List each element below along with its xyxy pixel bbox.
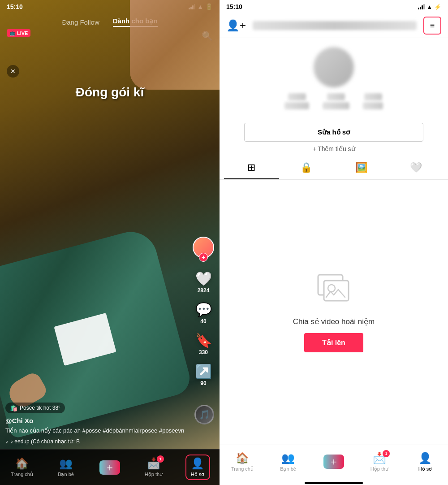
creator-username[interactable]: @Chi Xo: [5, 417, 188, 424]
edit-profile-button[interactable]: Sửa hồ sơ: [244, 123, 423, 142]
likes-count: 2824: [198, 287, 210, 294]
bottom-nav-right: 🏠 Trang chủ 👥 Bạn bè ＋ 📩 Hộp thư 👤 Hồ sơ: [220, 445, 448, 481]
comment-button[interactable]: 💬 40: [195, 302, 212, 325]
profile-name-blurred: [253, 21, 417, 30]
tab-liked[interactable]: 🤍: [389, 157, 444, 179]
following-label-blurred: [284, 102, 309, 109]
bottom-nav-left: 🏠 Trang chủ 👥 Bạn bè ＋ 📩 Hộp thư 👤 Hồ sơ: [0, 449, 220, 485]
following-stat: [284, 93, 309, 109]
rnav-inbox[interactable]: 📩 Hộp thư: [366, 452, 393, 472]
music-disc[interactable]: 🎵: [194, 405, 214, 424]
music-credit: ♪ ♪ eedup (Có chứa nhạc từ: B: [5, 438, 188, 445]
rnav-plus-icon: ＋: [329, 455, 339, 468]
nav-friends-label: Bạn bè: [58, 472, 74, 477]
hamburger-icon: ≡: [430, 21, 435, 30]
add-bio-button[interactable]: + Thêm tiểu sử: [312, 145, 355, 152]
rnav-home[interactable]: 🏠 Trang chủ: [229, 452, 256, 472]
following-count-blurred: [288, 93, 306, 100]
plus-icon: ＋: [105, 461, 115, 474]
rnav-inbox-label: Hộp thư: [370, 466, 388, 472]
rnav-home-icon: 🏠: [236, 452, 249, 464]
nav-profile[interactable]: 👤 Hồ sơ: [185, 455, 210, 480]
profile-header: 👤+ ≡: [220, 13, 448, 38]
rnav-profile-icon: 👤: [418, 452, 432, 464]
home-icon: 🏠: [15, 457, 29, 470]
inbox-icon: 📩: [147, 457, 160, 470]
left-panel: 15:10 ▲ 🔋 📺 LIVE Đang Follow Dành cho bạ…: [0, 0, 220, 485]
friends-icon: 👥: [59, 457, 73, 470]
empty-state-text: Chia sẻ video hoài niệm: [293, 317, 375, 326]
add-button[interactable]: ＋: [99, 460, 120, 475]
rnav-add-button[interactable]: ＋: [323, 455, 344, 469]
nav-inbox-label: Hộp thư: [145, 472, 163, 477]
comments-count: 40: [200, 318, 206, 325]
product-badge[interactable]: 🛍️ Posee tik hot 38°: [5, 403, 65, 413]
rnav-friends[interactable]: 👥 Bạn bè: [275, 452, 302, 472]
video-overlay-title: Đóng gói kĩ: [0, 85, 220, 100]
followers-count-blurred: [327, 93, 345, 100]
product-badge-text: Posee tik hot 38°: [20, 405, 60, 411]
empty-photo-icon: [316, 273, 352, 310]
rnav-inbox-icon: 📩: [373, 452, 386, 464]
saves-count: 330: [199, 349, 208, 355]
lock-icon: 🔒: [300, 162, 312, 173]
right-panel: 15:10 ▲ ⚡ 👤+ ≡: [220, 0, 448, 485]
profile-stats: [226, 93, 441, 109]
nav-add[interactable]: ＋: [98, 460, 122, 475]
right-status-icons: ▲ ⚡: [418, 4, 441, 10]
music-text: ♪ eedup (Có chứa nhạc từ: B: [10, 438, 80, 445]
right-status-bar: 15:10 ▲ ⚡: [220, 0, 448, 13]
tab-private[interactable]: 🔒: [279, 157, 334, 179]
likes-stat: [363, 93, 383, 109]
profile-section: [220, 38, 448, 118]
share-button[interactable]: ↗️ 90: [195, 364, 212, 386]
music-note-icon: ♪: [5, 438, 8, 445]
right-signal-icon: [418, 4, 425, 9]
home-indicator-container: [220, 481, 448, 485]
right-actions: + 🤍 2824 💬 40 🔖 330 ↗️ 90: [193, 237, 214, 386]
close-button[interactable]: ✕: [7, 65, 19, 78]
comment-icon: 💬: [195, 302, 212, 317]
menu-button[interactable]: ≡: [423, 17, 441, 35]
followers-stat: [323, 93, 349, 109]
close-icon: ✕: [10, 68, 16, 75]
likes-label-blurred: [363, 102, 383, 109]
profile-avatar: [314, 47, 354, 87]
add-user-icon[interactable]: 👤+: [226, 19, 246, 32]
upload-button[interactable]: Tải lên: [304, 333, 363, 352]
bookmark-icon: 🔖: [195, 333, 212, 348]
share-icon: ↗️: [195, 364, 212, 379]
like-button[interactable]: 🤍 2824: [195, 271, 212, 294]
rnav-home-label: Trang chủ: [231, 466, 254, 472]
rnav-friends-label: Bạn bè: [280, 466, 296, 472]
grid-icon: ⊞: [247, 162, 255, 173]
follow-plus-icon: +: [199, 253, 208, 262]
tab-videos[interactable]: ⊞: [224, 157, 279, 179]
nav-home-label: Trang chủ: [11, 472, 33, 477]
heart-icon: 🤍: [195, 271, 212, 286]
right-battery-icon: ⚡: [434, 4, 441, 10]
nav-friends[interactable]: 👥 Bạn bè: [54, 457, 78, 477]
music-disc-icon: 🎵: [199, 409, 210, 420]
wood-table: [130, 0, 220, 90]
rnav-friends-icon: 👥: [281, 452, 295, 464]
empty-state: Chia sẻ video hoài niệm Tải lên: [220, 180, 448, 445]
tab-reposts[interactable]: 🖼️: [334, 157, 389, 179]
home-indicator: [305, 482, 363, 484]
save-button[interactable]: 🔖 330: [195, 333, 212, 355]
creator-avatar-container[interactable]: +: [193, 237, 214, 258]
likes-count-blurred: [364, 93, 382, 100]
profile-icon: 👤: [191, 457, 204, 470]
nav-home[interactable]: 🏠 Trang chủ: [10, 457, 34, 477]
right-wifi-icon: ▲: [426, 4, 432, 10]
svg-rect-1: [324, 281, 349, 301]
bottom-info: 🛍️ Posee tik hot 38° @Chi Xo Tiền nào củ…: [5, 403, 188, 445]
rnav-add[interactable]: ＋: [320, 455, 347, 469]
nav-profile-label: Hồ sơ: [191, 472, 205, 477]
rnav-profile[interactable]: 👤 Hồ sơ: [412, 452, 439, 472]
nav-inbox[interactable]: 📩 Hộp thư: [142, 457, 166, 477]
rnav-profile-label: Hồ sơ: [418, 466, 432, 472]
profile-actions: Sửa hồ sơ + Thêm tiểu sử: [220, 118, 448, 157]
shares-count: 90: [200, 380, 206, 386]
profile-tabs: ⊞ 🔒 🖼️ 🤍: [220, 157, 448, 180]
